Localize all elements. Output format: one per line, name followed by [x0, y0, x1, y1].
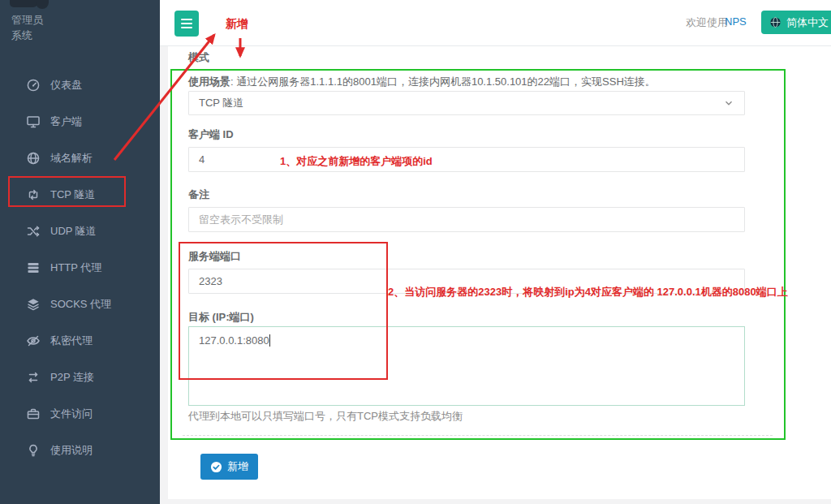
sidebar-item-tcp[interactable]: TCP 隧道: [0, 176, 160, 213]
language-label: 简体中文: [786, 15, 829, 30]
eye-slash-icon: [26, 334, 41, 348]
sidebar-item-file[interactable]: 文件访问: [0, 395, 160, 432]
target-label: 目标 (IP:端口): [188, 310, 254, 325]
sidebar-item-label: 域名解析: [50, 151, 93, 166]
welcome-text: 欢迎使用: [686, 15, 728, 30]
sidebar-user-name: 管理员: [11, 12, 43, 28]
sidebar-item-docs[interactable]: 使用说明: [0, 432, 160, 468]
page: 管理员 系统 仪表盘 客户端 域名解析: [0, 0, 831, 504]
mode-select-value: TCP 隧道: [199, 96, 243, 110]
sidebar-item-udp[interactable]: UDP 隧道: [0, 213, 160, 249]
sidebar-item-http[interactable]: HTTP 代理: [0, 249, 160, 286]
server-icon: [26, 261, 41, 275]
brand-link[interactable]: NPS: [725, 15, 747, 28]
sidebar-item-dns[interactable]: 域名解析: [0, 140, 160, 176]
app-logo-part: [36, 0, 49, 9]
scenario-hint-label: 使用场景: [188, 75, 230, 88]
client-id-input[interactable]: [188, 147, 745, 172]
sidebar-user-role: 系统: [11, 28, 32, 43]
server-port-label: 服务端端口: [188, 249, 241, 264]
scenario-hint: 使用场景: 通过公网服务器1.1.1.1的8001端口，连接内网机器10.1.5…: [188, 75, 656, 89]
sidebar-item-label: 客户端: [50, 114, 82, 129]
bulb-icon: [26, 443, 41, 458]
app-logo: [10, 0, 37, 7]
mode-select[interactable]: TCP 隧道: [188, 91, 745, 115]
sidebar-item-socks[interactable]: SOCKS 代理: [0, 286, 160, 322]
retweet-icon: [26, 187, 41, 202]
remark-label: 备注: [188, 187, 209, 202]
sidebar: 管理员 系统 仪表盘 客户端 域名解析: [0, 0, 160, 504]
exchange-icon: [26, 370, 41, 385]
sidebar-item-label: 使用说明: [50, 443, 93, 458]
sidebar-toggle-button[interactable]: [174, 11, 199, 37]
submit-add-button[interactable]: 新增: [200, 454, 258, 480]
target-value: 127.0.0.1:8080: [199, 334, 269, 347]
mode-section-label: 模式: [188, 50, 209, 65]
chevron-down-icon: [723, 97, 734, 109]
gauge-icon: [26, 78, 41, 93]
text-cursor: [269, 334, 270, 347]
sidebar-item-label: SOCKS 代理: [50, 297, 111, 312]
target-textarea[interactable]: 127.0.0.1:8080: [188, 326, 745, 406]
globe-dark-icon: [769, 16, 781, 28]
remark-input[interactable]: [188, 207, 745, 232]
hamburger-icon: [181, 19, 192, 20]
sidebar-item-secret[interactable]: 私密代理: [0, 322, 160, 359]
sidebar-item-dashboard[interactable]: 仪表盘: [0, 67, 160, 103]
sidebar-item-label: HTTP 代理: [50, 261, 101, 275]
sidebar-item-client[interactable]: 客户端: [0, 103, 160, 140]
globe-icon: [26, 151, 41, 166]
server-port-input[interactable]: [188, 269, 745, 294]
sidebar-nav: 仪表盘 客户端 域名解析 TCP 隧道: [0, 67, 160, 468]
check-circle-icon: [210, 461, 222, 473]
language-button[interactable]: 简体中文: [761, 11, 831, 34]
sidebar-item-label: UDP 隧道: [50, 224, 97, 239]
target-help-text: 代理到本地可以只填写端口号，只有TCP模式支持负载均衡: [188, 409, 463, 424]
sidebar-item-label: P2P 连接: [50, 370, 94, 385]
sidebar-item-label: TCP 隧道: [50, 187, 95, 202]
client-id-label: 客户端 ID: [188, 127, 234, 142]
sidebar-item-p2p[interactable]: P2P 连接: [0, 359, 160, 395]
layers-icon: [26, 297, 41, 312]
scenario-hint-text: : 通过公网服务器1.1.1.1的8001端口，连接内网机器10.1.50.10…: [230, 75, 656, 88]
form-divider: [183, 435, 773, 436]
submit-add-label: 新增: [227, 459, 248, 474]
sidebar-item-label: 私密代理: [50, 334, 93, 348]
briefcase-icon: [26, 407, 41, 421]
monitor-icon: [26, 114, 41, 129]
sidebar-item-label: 文件访问: [50, 407, 93, 421]
shuffle-icon: [26, 224, 41, 239]
sidebar-item-label: 仪表盘: [50, 78, 82, 93]
